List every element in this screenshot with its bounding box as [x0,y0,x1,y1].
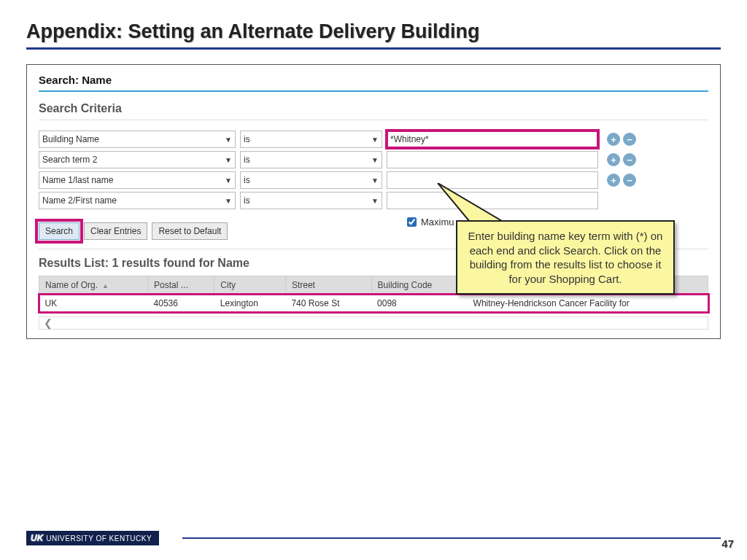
logo-mark: UK [31,533,43,543]
uk-logo: UK UNIVERSITY OF KENTUCKY [26,531,159,545]
cell-bname: Whitney-Hendrickson Cancer Facility for [468,295,708,313]
sort-icon: ▲ [102,282,109,289]
field-select-label: Name 1/last name [42,175,113,185]
scroll-left-button[interactable]: ❮ [39,316,708,330]
operator-select[interactable]: is ▼ [240,171,382,189]
criteria-row: Building Name ▼ is ▼ + − [39,131,708,148]
cell-city: Lexington [214,295,286,313]
col-bcode[interactable]: Building Code [371,276,468,295]
value-input[interactable] [387,151,598,168]
cell-code: 0098 [371,295,468,313]
slide-title: Appendix: Setting an Alternate Delivery … [26,20,721,50]
cell-org: UK [39,295,148,313]
value-input[interactable] [387,131,598,148]
chevron-down-icon: ▼ [225,176,232,184]
criteria-row: Name 2/First name ▼ is ▼ [39,192,708,209]
page-number: 47 [721,537,734,550]
reset-default-button[interactable]: Reset to Default [152,222,228,240]
field-select-label: Building Name [42,134,99,144]
field-select-label: Name 2/First name [42,195,117,206]
callout-box: Enter building name key term with (*) on… [456,220,675,295]
cell-postal: 40536 [148,295,214,313]
chevron-down-icon: ▼ [225,197,232,205]
operator-select[interactable]: is ▼ [240,131,382,148]
field-select-label: Search term 2 [42,155,97,165]
col-org[interactable]: Name of Org.▲ [39,276,148,295]
chevron-down-icon: ▼ [371,176,379,184]
cell-street: 740 Rose St [285,295,371,313]
search-button[interactable]: Search [39,222,80,240]
col-city[interactable]: City [214,276,286,295]
col-postal[interactable]: Postal ... [148,276,214,295]
add-row-icon[interactable]: + [607,174,620,187]
table-row[interactable]: UK 40536 Lexington 740 Rose St 0098 Whit… [39,295,708,313]
operator-select-label: is [244,195,250,206]
clear-entries-button[interactable]: Clear Entries [84,222,147,240]
footer-rule [182,537,721,539]
criteria-row: Name 1/last name ▼ is ▼ + − [39,171,708,189]
chevron-down-icon: ▼ [225,136,232,144]
remove-row-icon[interactable]: − [623,133,636,146]
field-select[interactable]: Name 1/last name ▼ [39,171,236,189]
operator-select-label: is [244,175,250,185]
remove-row-icon[interactable]: − [623,174,636,187]
chevron-down-icon: ▼ [225,156,232,164]
criteria-header: Search Criteria [39,102,708,120]
panel-header: Search: Name [39,74,708,92]
footer: UK UNIVERSITY OF KENTUCKY [0,525,747,547]
search-panel: Search: Name Search Criteria Building Na… [26,64,721,339]
logo-text: UNIVERSITY OF KENTUCKY [46,534,152,542]
chevron-down-icon: ▼ [371,197,379,205]
field-select[interactable]: Search term 2 ▼ [39,151,236,168]
operator-select-label: is [244,155,250,165]
criteria-row: Search term 2 ▼ is ▼ + − [39,151,708,168]
chevron-down-icon: ▼ [371,136,379,144]
operator-select-label: is [244,134,250,144]
add-row-icon[interactable]: + [607,133,620,146]
operator-select[interactable]: is ▼ [240,151,382,168]
field-select[interactable]: Name 2/First name ▼ [39,192,236,209]
field-select[interactable]: Building Name ▼ [39,131,236,148]
col-street[interactable]: Street [285,276,371,295]
add-row-icon[interactable]: + [607,153,620,166]
chevron-down-icon: ▼ [371,156,379,164]
operator-select[interactable]: is ▼ [240,192,382,209]
remove-row-icon[interactable]: − [623,153,636,166]
maximum-checkbox[interactable] [407,217,417,227]
